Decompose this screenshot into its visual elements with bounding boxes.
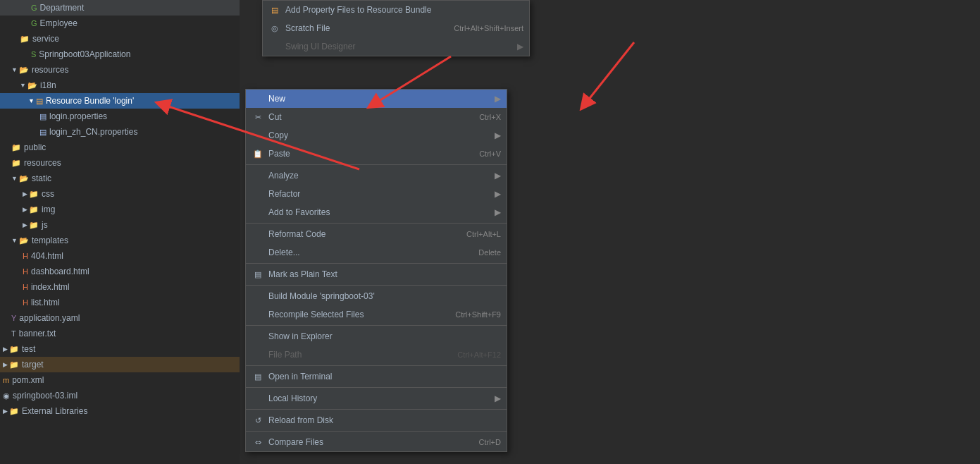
menu-item-delete[interactable]: Delete... Delete: [246, 243, 507, 262]
tree-item-resource-bundle[interactable]: ▼ ▤ Resource Bundle 'login': [0, 93, 240, 109]
menu-item-reformat[interactable]: Reformat Code Ctrl+Alt+L: [246, 225, 507, 243]
service-label: service: [32, 34, 240, 44]
scratch-file-label: Scratch File: [285, 23, 330, 33]
file-path-shortcut: Ctrl+Alt+F12: [457, 350, 501, 359]
employee-icon: G: [31, 19, 37, 28]
tree-item-resources2[interactable]: 📁 resources: [0, 155, 240, 171]
tree-item-templates[interactable]: ▼ 📂 templates: [0, 233, 240, 248]
login-props-icon: ▤: [39, 112, 46, 121]
public-label: public: [24, 142, 240, 152]
img-icon: 📁: [29, 205, 39, 214]
menu-item-compare-files[interactable]: ⇔ Compare Files Ctrl+D: [246, 433, 507, 451]
springboot03app-label: Springboot03Application: [39, 49, 240, 59]
context-menu: New ▶ ✂ Cut Ctrl+X Copy ▶ 📋 Paste Ctrl+V…: [245, 89, 507, 452]
menu-item-analyze[interactable]: Analyze ▶: [246, 166, 507, 185]
tree-item-target[interactable]: ▶ 📁 target: [0, 357, 240, 372]
tree-item-employee[interactable]: G Employee: [0, 16, 240, 31]
recompile-shortcut: Ctrl+Shift+F9: [455, 310, 501, 319]
tree-item-list[interactable]: H list.html: [0, 295, 240, 310]
dashboard-icon: H: [23, 267, 28, 276]
swing-label: Swing UI Designer: [285, 42, 355, 51]
js-collapse-icon: ▶: [23, 221, 27, 228]
show-explorer-label: Show in Explorer: [268, 331, 333, 341]
local-history-arrow: ▶: [495, 393, 501, 403]
tree-item-test[interactable]: ▶ 📁 test: [0, 341, 240, 357]
menu-item-local-history[interactable]: Local History ▶: [246, 389, 507, 408]
tree-item-js[interactable]: ▶ 📁 js: [0, 217, 240, 233]
tree-item-pom[interactable]: m pom.xml: [0, 372, 240, 388]
tree-item-static[interactable]: ▼ 📂 static: [0, 171, 240, 186]
tree-item-dashboard[interactable]: H dashboard.html: [0, 264, 240, 279]
menu-item-recompile[interactable]: Recompile Selected Files Ctrl+Shift+F9: [246, 305, 507, 324]
external-libs-label: External Libraries: [22, 406, 240, 416]
paste-icon: 📋: [252, 149, 264, 159]
static-label: static: [32, 173, 240, 183]
tree-item-external-libs[interactable]: ▶ 📁 External Libraries: [0, 403, 240, 419]
separator-7: [246, 387, 507, 388]
tree-item-service[interactable]: 📁 service: [0, 31, 240, 47]
new-arrow: ▶: [495, 94, 501, 104]
menu-item-build-module[interactable]: Build Module 'springboot-03': [246, 287, 507, 305]
menu-item-file-path[interactable]: File Path Ctrl+Alt+F12: [246, 346, 507, 364]
menu-item-open-terminal[interactable]: ▤ Open in Terminal: [246, 367, 507, 386]
employee-label: Employee: [40, 18, 240, 28]
img-collapse-icon: ▶: [23, 206, 27, 213]
reformat-shortcut: Ctrl+Alt+L: [466, 230, 501, 238]
static-icon: 📂: [19, 174, 29, 183]
swing-arrow: ▶: [517, 42, 523, 51]
pom-icon: m: [3, 376, 9, 384]
login-zh-icon: ▤: [39, 128, 46, 137]
templates-label: templates: [32, 236, 240, 245]
menu-item-mark-plain[interactable]: ▤ Mark as Plain Text: [246, 265, 507, 283]
menu-item-copy[interactable]: Copy ▶: [246, 126, 507, 145]
tree-item-iml[interactable]: ◉ springboot-03.iml: [0, 388, 240, 403]
index-icon: H: [23, 283, 28, 291]
menu-item-cut[interactable]: ✂ Cut Ctrl+X: [246, 108, 507, 126]
resources-collapse-icon: ▼: [11, 66, 18, 73]
404-label: 404.html: [31, 251, 240, 261]
separator-2: [246, 223, 507, 224]
tree-item-i18n[interactable]: ▼ 📂 i18n: [0, 78, 240, 93]
target-label: target: [22, 360, 240, 370]
banner-icon: T: [11, 329, 16, 338]
tree-item-department[interactable]: G Department: [0, 0, 240, 16]
i18n-collapse-icon: ▼: [20, 82, 26, 89]
analyze-label: Analyze: [268, 171, 299, 181]
favorites-arrow: ▶: [495, 207, 501, 217]
separator-8: [246, 409, 507, 410]
list-icon: H: [23, 298, 28, 307]
terminal-icon: ▤: [252, 372, 264, 381]
img-label: img: [42, 204, 240, 214]
menu-item-add-favorites[interactable]: Add to Favorites ▶: [246, 203, 507, 221]
i18n-label: i18n: [40, 80, 240, 90]
templates-collapse-icon: ▼: [11, 237, 18, 244]
tree-item-banner[interactable]: T banner.txt: [0, 326, 240, 341]
menu-item-new[interactable]: New ▶: [246, 90, 507, 108]
tree-item-login-props[interactable]: ▤ login.properties: [0, 109, 240, 124]
tree-item-springboot03app[interactable]: S Springboot03Application: [0, 47, 240, 62]
cut-icon: ✂: [252, 113, 264, 122]
tree-item-public[interactable]: 📁 public: [0, 140, 240, 155]
menu-item-reload-disk[interactable]: ↺ Reload from Disk: [246, 411, 507, 429]
submenu-add-property[interactable]: ▤ Add Property Files to Resource Bundle: [263, 1, 529, 19]
add-property-icon: ▤: [268, 6, 281, 15]
tree-item-index[interactable]: H index.html: [0, 279, 240, 295]
js-label: js: [42, 220, 240, 230]
menu-item-show-explorer[interactable]: Show in Explorer: [246, 327, 507, 346]
tree-item-resources[interactable]: ▼ 📂 resources: [0, 62, 240, 78]
separator-1: [246, 164, 507, 165]
tree-item-img[interactable]: ▶ 📁 img: [0, 202, 240, 217]
tree-item-login-zh[interactable]: ▤ login_zh_CN.properties: [0, 124, 240, 140]
build-module-label: Build Module 'springboot-03': [268, 291, 375, 301]
tree-item-404[interactable]: H 404.html: [0, 248, 240, 264]
tree-item-css[interactable]: ▶ 📁 css: [0, 186, 240, 202]
bundle-icon: ▤: [36, 97, 43, 106]
menu-item-refactor[interactable]: Refactor ▶: [246, 185, 507, 203]
reload-icon: ↺: [252, 416, 264, 425]
scratch-shortcut: Ctrl+Alt+Shift+Insert: [454, 24, 523, 32]
menu-item-paste[interactable]: 📋 Paste Ctrl+V: [246, 145, 507, 163]
test-label: test: [22, 344, 240, 354]
tree-item-application-yaml[interactable]: Y application.yaml: [0, 310, 240, 326]
submenu-scratch-file[interactable]: ◎ Scratch File Ctrl+Alt+Shift+Insert: [263, 19, 529, 37]
submenu-swing-designer[interactable]: Swing UI Designer ▶: [263, 37, 529, 56]
